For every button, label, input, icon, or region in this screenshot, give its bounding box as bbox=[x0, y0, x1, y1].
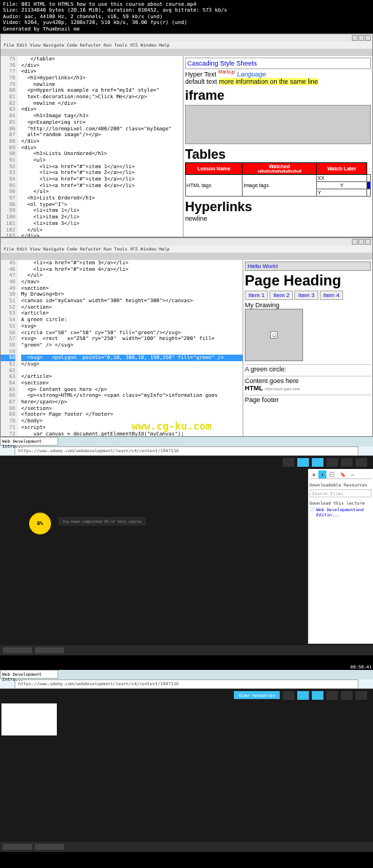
menubar[interactable]: File Edit View Navigate Code Refactor Ru… bbox=[1, 42, 372, 49]
download-label: Download this lecture bbox=[310, 500, 372, 505]
video-info-header: File: 001 HTML to HTML5 how to use this … bbox=[0, 0, 373, 33]
popup bbox=[1, 703, 57, 735]
fullscreen-icon[interactable] bbox=[356, 458, 367, 467]
udemy-window-2: Web Development Intro... https://www.ude… bbox=[0, 670, 373, 852]
nav-tab[interactable]: Item 3 bbox=[294, 291, 318, 300]
titlebar bbox=[1, 34, 372, 42]
data-table: Lesson Name Watchedsdfsdfsdfsdfsdfsdfsdf… bbox=[185, 162, 371, 197]
newline-text: newline bbox=[185, 215, 371, 222]
lecture-link[interactable]: 📄 Web Developmentand Editin... bbox=[310, 507, 372, 517]
drawing-label: My Drawing bbox=[245, 301, 371, 309]
tab-chat-icon[interactable]: 💬 bbox=[326, 470, 337, 478]
scrubber[interactable] bbox=[35, 844, 64, 850]
video-area[interactable]: 0% You have completed 0% of this course bbox=[0, 469, 307, 644]
maximize-icon[interactable] bbox=[358, 239, 364, 245]
close-icon[interactable] bbox=[365, 239, 371, 245]
content-label: Content goes here bbox=[245, 376, 371, 384]
nav-tab[interactable]: Item 1 bbox=[245, 291, 268, 300]
hyperlinks-heading: Hyperlinks bbox=[185, 200, 371, 215]
tab-download-icon[interactable]: ⬇ bbox=[318, 470, 327, 478]
line-gutter: 7576777879808182838485868788899091929394… bbox=[1, 56, 18, 237]
fullscreen-icon[interactable] bbox=[356, 691, 367, 700]
html-info: HTML information goes here bbox=[245, 384, 371, 392]
download-icon[interactable] bbox=[297, 691, 309, 700]
scrubber[interactable] bbox=[35, 647, 64, 653]
share-icon[interactable] bbox=[326, 691, 338, 700]
titlebar bbox=[1, 238, 372, 245]
hypertext-line: Hyper Text Markup Language bbox=[185, 69, 371, 78]
browser-chrome: Web Development Intro... https://www.ude… bbox=[0, 437, 373, 456]
gen-line: Generated by Thumbnail me bbox=[3, 26, 370, 32]
css-heading: Cascading Style Sheets bbox=[185, 58, 371, 69]
ide-window-1: File Edit View Navigate Code Refactor Ru… bbox=[0, 33, 373, 237]
hello-title: Hello World bbox=[245, 261, 371, 271]
sidebar: ≡ ⬇ 💬 🔖 ⋯ Downloadable Resources Search … bbox=[307, 469, 373, 644]
preview-pane-2: Hello World Page Heading Item 1Item 2Ite… bbox=[243, 260, 372, 436]
settings-icon[interactable] bbox=[341, 691, 353, 700]
size-line: Size: 21134840 bytes (20.16 MiB), durati… bbox=[3, 7, 370, 13]
nav-tab[interactable]: Item 4 bbox=[320, 291, 343, 300]
circle-label: A green circle: bbox=[245, 364, 371, 373]
browser-tab[interactable]: Web Development Intro... bbox=[0, 670, 58, 679]
share-icon[interactable] bbox=[326, 458, 338, 467]
user-icon[interactable] bbox=[312, 691, 323, 700]
nav-tab[interactable]: Item 2 bbox=[270, 291, 293, 300]
progress-text: You have completed 0% of this course bbox=[58, 517, 146, 526]
nav-prev-icon[interactable] bbox=[283, 691, 294, 700]
iframe-box bbox=[185, 105, 371, 144]
maximize-icon[interactable] bbox=[358, 35, 364, 41]
url-bar[interactable]: https://www.udemy.com/webdevelopment/lea… bbox=[15, 446, 358, 456]
menubar[interactable]: File Edit View Navigate Code Refactor Ru… bbox=[1, 245, 372, 253]
tables-heading: Tables bbox=[185, 147, 371, 162]
udemy-header bbox=[0, 456, 373, 469]
tab-list-icon[interactable]: ≡ bbox=[310, 470, 318, 478]
resources-button[interactable]: View resources bbox=[234, 691, 280, 699]
audio-line: Audio: aac, 44100 Hz, 2 channels, s16, 5… bbox=[3, 14, 370, 20]
timestamp: 00:31:21 bbox=[350, 232, 371, 237]
browser-chrome: Web Development Intro... https://www.ude… bbox=[0, 670, 373, 689]
footer-label: Page footer bbox=[245, 395, 371, 403]
tab-bookmark-icon[interactable]: 🔖 bbox=[337, 470, 348, 478]
code-editor[interactable]: </table></div><div> <h1>Hyperlinks</h1> … bbox=[18, 56, 183, 237]
code-editor[interactable]: <li><a href="#">item 3</a></li> <li><a h… bbox=[18, 260, 243, 436]
timestamp: 00:58:41 bbox=[350, 664, 372, 669]
side-tabs: ≡ ⬇ 💬 🔖 ⋯ bbox=[310, 470, 372, 479]
ide-window-2: File Edit View Navigate Code Refactor Ru… bbox=[0, 237, 373, 437]
play-icon[interactable] bbox=[3, 647, 32, 653]
canvas-preview: ◻ bbox=[245, 309, 303, 361]
file-line: File: 001 HTML to HTML5 how to use this … bbox=[3, 1, 370, 7]
minimize-icon[interactable] bbox=[352, 239, 358, 245]
tabbar[interactable] bbox=[1, 253, 372, 260]
video-line: Video: h264, yuv420p, 1280x720, 510 kb/s… bbox=[3, 20, 370, 25]
side-title: Downloadable Resources bbox=[310, 482, 372, 487]
udemy-header: View resources bbox=[0, 689, 373, 702]
iframe-heading: iframe bbox=[185, 88, 371, 103]
url-bar[interactable]: https://www.udemy.com/webdevelopment/lea… bbox=[15, 679, 358, 689]
download-icon[interactable] bbox=[297, 458, 309, 467]
nav-prev-icon[interactable] bbox=[283, 458, 294, 467]
settings-icon[interactable] bbox=[341, 458, 353, 467]
video-controls[interactable] bbox=[0, 842, 373, 852]
col-later: Watch Later bbox=[317, 162, 367, 174]
minimize-icon[interactable] bbox=[352, 35, 358, 41]
tab-more-icon[interactable]: ⋯ bbox=[348, 470, 357, 478]
udemy-window-1: Web Development Intro... https://www.ude… bbox=[0, 437, 373, 655]
user-icon[interactable] bbox=[312, 458, 323, 467]
browser-tab[interactable]: Web Development Intro... bbox=[0, 437, 58, 446]
col-watched: Watchedsdfsdfsdfsdfsdfsdfsdfsdf bbox=[243, 162, 317, 174]
col-lesson: Lesson Name bbox=[186, 162, 243, 174]
line-gutter: 4546474849505152535455565758596061626364… bbox=[1, 260, 18, 436]
video-controls[interactable] bbox=[0, 645, 373, 655]
nav-tabs: Item 1Item 2Item 3Item 4 bbox=[245, 291, 371, 300]
canvas-handle: ◻ bbox=[270, 331, 278, 339]
timestamp: 00:45:01 bbox=[350, 431, 372, 436]
close-icon[interactable] bbox=[365, 35, 371, 41]
watermark: www.cg-ku.com bbox=[132, 420, 212, 432]
search-input[interactable]: Search Files bbox=[310, 489, 372, 497]
progress-circle: 0% bbox=[29, 513, 51, 534]
preview-pane: Cascading Style Sheets Hyper Text Markup… bbox=[183, 56, 372, 237]
tabbar[interactable] bbox=[1, 49, 372, 56]
page-heading: Page Heading bbox=[245, 272, 371, 289]
default-line: default text more information on the sam… bbox=[185, 78, 371, 85]
play-icon[interactable] bbox=[3, 844, 32, 850]
